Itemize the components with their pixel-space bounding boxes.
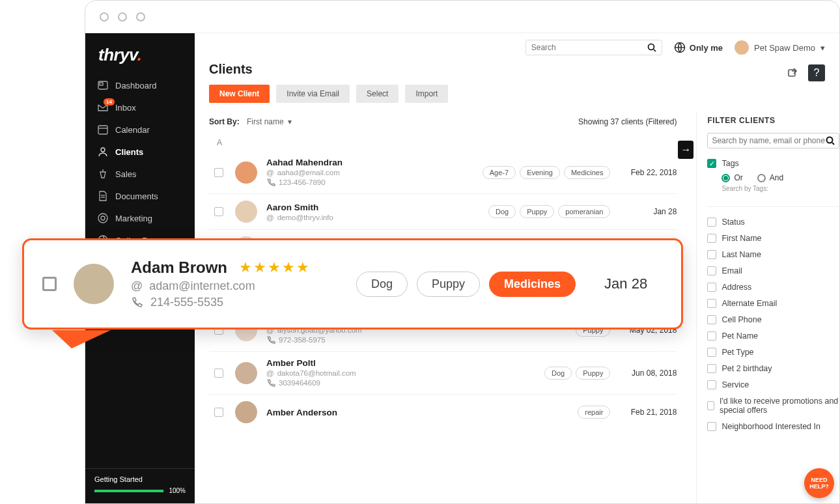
- highlight-tag[interactable]: Medicines: [489, 272, 576, 297]
- client-tag[interactable]: Dog: [544, 367, 572, 380]
- filter-option[interactable]: Cell Phone: [707, 311, 839, 328]
- filter-tags-or[interactable]: Or: [721, 173, 742, 182]
- row-checkbox[interactable]: [214, 168, 223, 177]
- sidebar-item-sales[interactable]: Sales: [85, 163, 195, 185]
- badge: 14: [104, 98, 115, 105]
- filter-option-label: I'd like to receive promotions and speci…: [720, 397, 839, 415]
- client-tag[interactable]: Puppy: [520, 205, 554, 218]
- getting-started-label: Getting Started: [94, 475, 186, 483]
- filter-tags-and[interactable]: And: [757, 173, 783, 182]
- checkbox-icon: [707, 283, 716, 292]
- checkbox-icon: [707, 331, 716, 341]
- radio-on-icon: [721, 174, 730, 182]
- filter-option-label: Cell Phone: [721, 315, 761, 324]
- client-phone: 972-358-5975: [279, 336, 326, 344]
- sidebar-item-dashboard[interactable]: Dashboard: [85, 74, 195, 96]
- need-help-button[interactable]: NEED HELP?: [804, 468, 834, 498]
- nav-label: Sales: [115, 169, 137, 179]
- global-search[interactable]: [525, 40, 662, 55]
- client-tag[interactable]: Dog: [488, 205, 516, 218]
- client-tag[interactable]: Evening: [520, 166, 560, 179]
- filter-tags-check[interactable]: ✓ Tags: [707, 156, 839, 171]
- row-checkbox[interactable]: [214, 369, 223, 378]
- topbar: Only me Pet Spaw Demo ▾: [195, 33, 839, 62]
- row-checkbox[interactable]: [214, 207, 223, 216]
- client-name: Amber Anderson: [266, 408, 568, 417]
- sidebar-item-documents[interactable]: Documents: [85, 185, 195, 207]
- highlight-checkbox[interactable]: [42, 277, 57, 291]
- sort-by-dropdown[interactable]: First name ▾: [247, 117, 292, 126]
- filter-option-label: Service: [721, 380, 749, 389]
- export-icon[interactable]: [785, 64, 802, 81]
- filter-option-label: First Name: [721, 234, 761, 243]
- filter-option[interactable]: Neighborhood Interested In: [707, 418, 839, 434]
- filter-option[interactable]: Pet 2 birthday: [707, 360, 839, 376]
- svg-point-7: [98, 214, 107, 223]
- callout-pointer: [52, 330, 111, 348]
- sidebar-item-inbox[interactable]: 14Inbox: [85, 96, 195, 119]
- filter-option[interactable]: Alternate Email: [707, 295, 839, 311]
- client-avatar: [235, 201, 257, 223]
- window-dot-min[interactable]: [118, 12, 127, 21]
- client-tag[interactable]: Medicines: [564, 166, 611, 179]
- row-checkbox[interactable]: [214, 408, 223, 417]
- checkbox-checked-icon: ✓: [707, 159, 716, 168]
- sidebar-item-calendar[interactable]: Calendar: [85, 119, 195, 141]
- filter-option[interactable]: Email: [707, 262, 839, 279]
- alpha-section: A: [209, 137, 677, 151]
- filter-search[interactable]: [707, 133, 839, 148]
- client-row[interactable]: Amber Poltl@dakota76@hotmail.com30394646…: [209, 351, 677, 394]
- client-tag[interactable]: Age-7: [483, 166, 516, 179]
- client-row[interactable]: Amber AndersonrepairFeb 21, 2018: [209, 394, 677, 430]
- filter-option[interactable]: Service: [707, 376, 839, 393]
- client-row[interactable]: Aaron Smith@demo@thryv.infoDogPuppypomer…: [209, 193, 677, 229]
- filter-option[interactable]: Pet Name: [707, 328, 839, 344]
- filter-option[interactable]: Pet Type: [707, 344, 839, 360]
- filter-option-label: Address: [721, 283, 751, 292]
- svg-point-12: [648, 44, 654, 50]
- filter-search-input[interactable]: [712, 136, 826, 145]
- client-tag[interactable]: repair: [578, 406, 610, 419]
- slide-arrow-button[interactable]: →: [678, 141, 693, 159]
- client-phone: 3039464609: [279, 379, 320, 387]
- filter-option-label: Pet 2 birthday: [721, 364, 772, 373]
- client-tag[interactable]: Puppy: [576, 367, 610, 380]
- window-dot-close[interactable]: [100, 12, 109, 21]
- search-input[interactable]: [531, 43, 647, 52]
- import-button[interactable]: Import: [405, 85, 448, 103]
- at-icon: @: [266, 214, 274, 221]
- filter-title: FILTER CLIENTS: [707, 112, 839, 133]
- highlight-tag[interactable]: Dog: [356, 272, 408, 297]
- filter-option[interactable]: Address: [707, 279, 839, 295]
- filter-option-label: Status: [721, 217, 744, 227]
- only-me-toggle[interactable]: Only me: [674, 42, 723, 53]
- highlight-tag[interactable]: Puppy: [417, 272, 480, 297]
- client-row[interactable]: Aahad Mahendran@aahad@email.com123-456-7…: [209, 151, 677, 193]
- nav-label: Clients: [115, 147, 143, 157]
- nav-icon: [97, 212, 109, 224]
- highlight-avatar: [74, 264, 114, 304]
- getting-started-panel[interactable]: Getting Started 100%: [85, 468, 195, 503]
- progress-bar: [94, 490, 163, 492]
- client-tag[interactable]: pomeranian: [558, 205, 610, 218]
- filter-option[interactable]: First Name: [707, 230, 839, 246]
- user-menu[interactable]: Pet Spaw Demo ▾: [735, 40, 825, 55]
- new-client-button[interactable]: New Client: [209, 85, 270, 103]
- filter-option[interactable]: Last Name: [707, 246, 839, 262]
- sidebar-item-clients[interactable]: Clients: [85, 141, 195, 163]
- sidebar-item-marketing[interactable]: Marketing: [85, 207, 195, 229]
- client-tags: repair: [578, 406, 610, 419]
- window-dot-max[interactable]: [136, 12, 145, 21]
- globe-icon: [674, 42, 686, 53]
- checkbox-icon: [707, 315, 716, 324]
- invite-email-button[interactable]: Invite via Email: [276, 85, 350, 103]
- filter-panel: FILTER CLIENTS ✓ Tags Or And: [696, 112, 839, 503]
- client-email: dakota76@hotmail.com: [277, 369, 356, 377]
- filter-option-label: Last Name: [721, 250, 761, 259]
- help-icon[interactable]: ?: [808, 64, 825, 81]
- highlight-name: Adam Brown: [131, 259, 227, 277]
- client-avatar: [235, 161, 257, 184]
- filter-option[interactable]: Status: [707, 214, 839, 230]
- filter-option[interactable]: I'd like to receive promotions and speci…: [707, 393, 839, 418]
- select-button[interactable]: Select: [356, 85, 399, 103]
